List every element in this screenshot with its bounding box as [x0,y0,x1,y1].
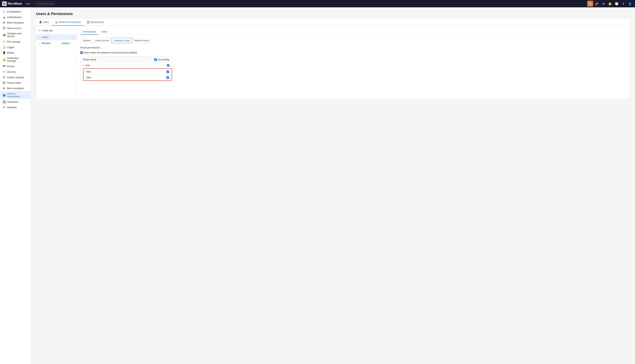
role-admin-icon: ◇ [39,36,41,38]
sidebar-block-templates-1-icon: ⊞ [3,21,6,24]
sub-tabs: System Data sources Desktop routes Mobil… [80,38,626,43]
default-access-checkbox[interactable] [80,51,83,54]
sidebar-item-block-templates-2[interactable]: ⊞Block templates [0,86,31,91]
sidebar-item-logger[interactable]: 📋Logger [0,44,31,50]
sidebar-logger-icon: 📋 [3,46,6,48]
top-tabs: 👤 Users 🔒 Roles & Permissions 🔄 Synchron… [36,19,630,26]
sidebar-item-authentication[interactable]: 🔒Authentication [0,14,31,20]
sub-tab-mobile-routes[interactable]: Mobile routes [132,38,151,43]
sidebar-ai-integration-icon: ⬡ [3,10,6,13]
sidebar-notification-manager-icon: 🔔 [3,58,6,61]
sidebar-verification-icon: ✅ [3,100,6,103]
sidebar-item-workflow[interactable]: ⟳Workflow [0,104,31,110]
sidebar-ai-integration-label: AI integration [7,10,21,13]
tab-roles-permissions[interactable]: 🔒 Roles & Permissions [52,19,84,26]
default-access-row: New routes are allowed to be accessed by… [80,51,626,54]
route-permissions-label: Route permissions： [80,46,626,49]
logo-icon [2,2,7,6]
sidebar-block-templates-1-label: Block templates [7,21,24,24]
plus-icon: + [39,29,40,32]
accessible-header-checkbox[interactable] [154,58,157,61]
sidebar-item-routes[interactable]: 🗺Routes [0,64,31,69]
route-name-header: Route name [83,58,96,61]
sidebar-mobile-label: Mobile [7,51,14,54]
sidebar-item-notification-manager[interactable]: 🔔Notification manager [0,56,31,64]
settings-icon-btn[interactable]: ⚙ [600,1,606,6]
route-tab1-checkbox[interactable] [166,70,169,73]
route-permissions-colon: ： [100,46,103,49]
sidebar-item-security[interactable]: 🛡Security [0,69,31,74]
sidebar-block-templates-2-icon: ⊞ [3,87,6,90]
tab-users-label: Users [43,21,49,24]
tab-roles-permissions-label: Roles & Permissions [59,21,81,24]
sidebar-item-users-permissions[interactable]: 👥Users & Permissions [0,91,31,99]
lock-tab-icon: 🔒 [55,21,58,24]
sidebar-variables-secrets-icon: 📦 [3,34,6,36]
clock-icon-btn[interactable]: 🕐 [614,1,619,6]
add-menu-button[interactable]: + Add menu item [34,2,56,6]
sidebar-item-ai-integration[interactable]: ⬡AI integration [0,9,31,14]
sidebar-item-variables-secrets[interactable]: 📦Variables and secrets [0,31,31,39]
sidebar-logger-label: Logger [7,46,14,48]
sidebar-users-permissions-label: Users & Permissions [7,92,28,98]
logo-text: NocoBase [8,2,22,5]
role-admin-more-btn[interactable]: ⋯ [71,36,74,39]
role-item-member[interactable]: ◇ Member Default ⋯ [36,40,76,46]
user-tab-icon: 👤 [39,21,42,24]
paint-icon-btn[interactable]: 🎨 [587,1,593,6]
sidebar-workflow-label: Workflow [7,106,17,109]
top-nav: NocoBase Test + Add menu item 🎨 🔗 ⚙ 🔔 🕐 … [0,0,635,7]
route-tab2-name: Tab2 [86,76,91,79]
routes-table-header: Route name Accessible [81,57,172,62]
sidebar-item-theme-editor[interactable]: 🎨Theme editor [0,80,31,86]
route-tab2-checkbox[interactable] [166,76,169,79]
collapse-icon[interactable]: − [83,64,85,67]
sidebar-routes-label: Routes [7,65,15,68]
sidebar-security-label: Security [7,70,16,73]
role-member-more-btn[interactable]: ⋯ [71,42,74,45]
accessible-col: Accessible [154,58,169,61]
role-item-admin-left: ◇ Admin [39,36,49,38]
nav-tab-test[interactable]: Test [24,2,32,6]
route-test-checkbox[interactable] [167,64,169,66]
sidebar-item-verification[interactable]: ✅Verification [0,99,31,104]
svg-rect-3 [5,4,6,5]
sync-tab-icon: 🔄 [87,21,90,24]
sidebar-mobile-icon: 📱 [3,51,6,54]
sidebar-data-sources-icon: 🗄 [3,26,6,30]
highlighted-section: Tab1 Tab2 [83,68,172,81]
route-tab2-row: Tab2 [83,75,172,80]
sub-tab-system[interactable]: System [80,38,93,43]
info-icon-btn[interactable]: ℹ [620,1,626,6]
sidebar-item-data-sources[interactable]: 🗄Data sources [0,25,31,31]
sub-tab-data-sources[interactable]: Data sources [93,38,112,43]
role-member-label: Member [42,42,51,44]
sidebar-item-file-manager[interactable]: 📁File manager [0,39,31,44]
svg-rect-2 [3,4,4,5]
sub-tab-desktop-routes[interactable]: Desktop routes [112,38,132,43]
bell-icon-btn[interactable]: 🔔 [607,1,613,6]
tab-users[interactable]: 👤 Users [36,19,52,26]
tab-synchronize[interactable]: 🔄 Synchronize [84,19,107,26]
sidebar-item-system-settings[interactable]: ⚙System settings [0,74,31,80]
perm-tab-users[interactable]: Users [98,29,110,35]
svg-rect-0 [3,2,4,4]
link-icon-btn[interactable]: 🔗 [594,1,600,6]
sidebar-block-templates-2-label: Block templates [7,87,24,90]
role-item-admin[interactable]: ◇ Admin ⋯ [36,34,76,40]
new-role-button[interactable]: + + New role [36,28,76,33]
nav-right-icons: 🎨 🔗 ⚙ 🔔 🕐 ℹ 👤 [587,1,633,6]
route-tab1-row: Tab1 [83,69,172,75]
role-item-admin-right: ⋯ [71,36,74,39]
user-icon-btn[interactable]: 👤 [627,1,633,6]
routes-table: Route name Accessible − Test [80,56,172,81]
perm-tab-permissions-label: Permissions [83,30,96,33]
svg-rect-1 [5,2,6,4]
sidebar-data-sources-label: Data sources [7,27,21,30]
route-test-row: − Test [81,62,172,68]
sidebar-item-mobile[interactable]: 📱Mobile [0,50,31,56]
sidebar-item-block-templates-1[interactable]: ⊞Block templates [0,20,31,25]
default-badge: Default [61,42,70,44]
sidebar-file-manager-label: File manager [7,40,21,43]
perm-tab-permissions[interactable]: Permissions [80,29,98,35]
